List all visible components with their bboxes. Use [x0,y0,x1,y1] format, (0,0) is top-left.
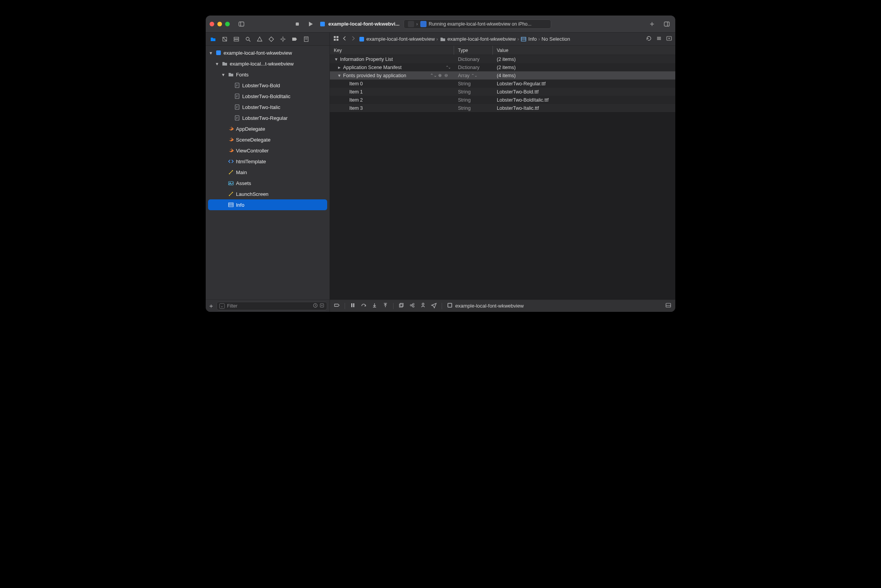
plist-row[interactable]: ·Item 0 String LobsterTwo-Regular.ttf [330,80,675,88]
svg-rect-6 [664,22,669,26]
chevron-down-icon[interactable]: ▾ [334,56,338,62]
stepper-icon[interactable]: ⌃⌄ [446,65,450,69]
plist-row[interactable]: ▸Application Scene Manifest⌃⌄ Dictionary… [330,63,675,71]
chevron-down-icon[interactable]: ▾ [214,61,220,67]
zoom-button[interactable] [225,22,230,26]
symbol-navigator-tab[interactable] [232,35,241,43]
recent-filter-icon[interactable] [313,303,318,309]
tree-font-item[interactable]: F LobsterTwo-BoldItalic [206,91,330,102]
filter-scope-icon[interactable]: ⌄ [219,303,225,309]
file-tree[interactable]: ▾ example-local-font-wkwebview ▾ example… [206,46,330,299]
project-navigator-tab[interactable] [209,35,217,43]
project-navigator: ▾ example-local-font-wkwebview ▾ example… [206,46,330,312]
run-destination-status[interactable]: › Running example-local-font-wkwebview o… [404,19,551,29]
debug-bar: example-local-font-wkwebview [330,299,675,312]
add-editor-icon[interactable] [666,35,672,43]
close-button[interactable] [210,22,214,26]
toggle-breakpoints-icon[interactable] [334,302,340,310]
view-hierarchy-icon[interactable] [398,302,404,310]
tree-file-htmltemplate[interactable]: htmlTemplate [206,156,330,167]
tree-fonts-label: Fonts [236,72,249,78]
test-navigator-tab[interactable] [267,35,276,43]
tree-font-item[interactable]: F LobsterTwo-Italic [206,102,330,112]
svg-rect-3 [320,22,325,26]
refresh-icon[interactable] [646,35,652,43]
svg-rect-70 [666,303,671,307]
active-tab[interactable]: example-local-font-wkwebvi... [319,21,400,28]
plist-type: String [458,89,471,95]
plist-row[interactable]: ▾Information Property List Dictionary (2… [330,55,675,63]
report-navigator-tab[interactable] [302,35,310,43]
chevron-down-icon[interactable]: ▾ [208,50,213,56]
crumb-0[interactable]: example-local-font-wkwebview [366,36,435,42]
minimize-button[interactable] [217,22,222,26]
environment-icon[interactable] [420,302,426,310]
tree-group[interactable]: ▾ example-local...t-wkwebview [206,58,330,69]
stepper-icon[interactable]: ⌃⌄ [431,73,436,78]
header-type[interactable]: Type [454,46,493,55]
tree-fonts-folder[interactable]: ▾ Fonts [206,69,330,80]
font-3: LobsterTwo-Regular [242,115,288,121]
tree-file-launchscreen[interactable]: LaunchScreen [206,189,330,199]
chevron-right-icon[interactable]: ▸ [337,64,342,70]
step-over-icon[interactable] [361,302,367,310]
tree-font-item[interactable]: F LobsterTwo-Bold [206,80,330,91]
breadcrumb[interactable]: example-local-font-wkwebview › example-l… [359,36,570,42]
run-button[interactable] [306,21,315,27]
header-key[interactable]: Key [330,46,454,55]
crumb-2[interactable]: Info [528,36,537,42]
add-row-icon[interactable]: ⊕ [437,73,442,78]
step-out-icon[interactable] [382,302,388,310]
stop-button[interactable] [293,21,302,27]
tree-file-main[interactable]: Main [206,167,330,178]
memory-graph-icon[interactable] [409,302,415,310]
tree-root[interactable]: ▾ example-local-font-wkwebview [206,47,330,58]
toggle-navigator-icon[interactable] [237,21,246,27]
file-label: AppDelegate [236,126,265,132]
crumb-1[interactable]: example-local-font-wkwebview [447,36,516,42]
tree-file-info[interactable]: Info [208,199,327,210]
tree-file-scenedelegate[interactable]: SceneDelegate [206,134,330,145]
plist-body[interactable]: ▾Information Property List Dictionary (2… [330,55,675,299]
filter-field[interactable]: ⌄ Filter [217,302,327,310]
plist-type: String [458,105,471,111]
svg-text:F: F [236,84,238,87]
tree-file-viewcontroller[interactable]: ViewController [206,145,330,156]
tree-file-assets[interactable]: Assets [206,178,330,189]
tree-file-appdelegate[interactable]: AppDelegate [206,123,330,134]
back-button[interactable] [342,35,348,43]
issue-navigator-tab[interactable] [255,35,264,43]
tree-font-item[interactable]: F LobsterTwo-Regular [206,112,330,123]
toggle-debug-area-icon[interactable] [665,302,671,310]
library-icon[interactable] [662,21,671,27]
type-stepper-icon[interactable]: ⌃⌄ [471,73,476,78]
font-file-icon: F [234,104,241,110]
process-label[interactable]: example-local-font-wkwebview [447,302,524,310]
device-icon [420,21,427,27]
plist-value: (4 items) [497,73,516,78]
pause-icon[interactable] [350,302,356,310]
navigator-strip: example-local-font-wkwebview › example-l… [206,33,675,46]
chevron-down-icon[interactable]: ▾ [337,73,342,78]
plist-row-selected[interactable]: ▾ Fonts provided by application ⌃⌄ ⊕ ⊖ A… [330,71,675,80]
svg-rect-24 [334,39,336,41]
scm-filter-icon[interactable] [319,303,324,309]
source-control-navigator-tab[interactable] [220,35,229,43]
breakpoint-navigator-tab[interactable] [290,35,299,43]
find-navigator-tab[interactable] [244,35,252,43]
location-icon[interactable] [431,302,437,310]
plist-row[interactable]: ·Item 1 String LobsterTwo-Bold.ttf [330,88,675,96]
debug-navigator-tab[interactable] [279,35,287,43]
forward-button[interactable] [350,35,356,43]
editor-options-icon[interactable] [656,35,662,43]
related-items-icon[interactable] [333,35,339,43]
step-into-icon[interactable] [371,302,378,310]
plist-row[interactable]: ·Item 2 String LobsterTwo-BoldItalic.ttf [330,96,675,104]
add-button[interactable] [647,21,657,27]
plist-row[interactable]: ·Item 3 String LobsterTwo-Italic.ttf [330,104,675,112]
svg-rect-23 [336,36,338,38]
header-value[interactable]: Value [493,46,675,55]
remove-row-icon[interactable]: ⊖ [443,73,449,78]
chevron-down-icon[interactable]: ▾ [220,72,226,78]
crumb-3[interactable]: No Selection [541,36,570,42]
